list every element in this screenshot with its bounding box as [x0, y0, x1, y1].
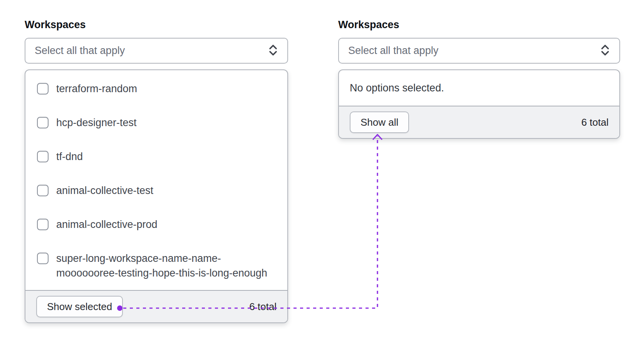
select-placeholder: Select all that apply [348, 45, 438, 57]
total-count: 6 total [249, 301, 277, 313]
show-selected-button[interactable]: Show selected [36, 296, 123, 317]
option-label: super-long-workspace-name-name- moooooor… [56, 251, 267, 280]
workspaces-select-trigger[interactable]: Select all that apply [25, 38, 288, 64]
checkbox-icon[interactable] [37, 253, 49, 264]
select-placeholder: Select all that apply [35, 45, 125, 57]
option-list: terraform-random hcp-designer-test tf-dn… [25, 70, 287, 290]
workspaces-multiselect-right: Workspaces Select all that apply No opti… [338, 19, 620, 139]
show-all-button[interactable]: Show all [350, 111, 409, 133]
option-label-line-1: super-long-workspace-name-name- [56, 251, 267, 266]
option-terraform-random[interactable]: terraform-random [25, 72, 287, 106]
workspaces-label: Workspaces [25, 19, 288, 30]
panel-footer: Show all 6 total [339, 106, 619, 138]
option-label: animal-collective-prod [56, 217, 158, 232]
panel-footer: Show selected 6 total [25, 290, 287, 322]
workspaces-options-panel: terraform-random hcp-designer-test tf-dn… [25, 69, 288, 323]
option-tf-dnd[interactable]: tf-dnd [25, 140, 287, 174]
option-super-long-workspace[interactable]: super-long-workspace-name-name- moooooor… [25, 241, 287, 290]
option-label: terraform-random [56, 81, 137, 96]
checkbox-icon[interactable] [37, 151, 49, 162]
workspaces-select-trigger[interactable]: Select all that apply [338, 38, 620, 64]
option-hcp-designer-test[interactable]: hcp-designer-test [25, 106, 287, 140]
option-label: hcp-designer-test [56, 115, 137, 130]
checkbox-icon[interactable] [37, 185, 49, 196]
workspaces-multiselect-left: Workspaces Select all that apply terrafo… [25, 19, 288, 323]
workspaces-label: Workspaces [338, 19, 620, 30]
total-count: 6 total [581, 116, 609, 128]
checkbox-icon[interactable] [37, 117, 49, 128]
option-animal-collective-prod[interactable]: animal-collective-prod [25, 207, 287, 241]
empty-message: No options selected. [339, 70, 619, 106]
workspaces-selected-panel: No options selected. Show all 6 total [338, 69, 620, 139]
unfold-icon [268, 44, 278, 58]
option-label-line-2: mooooooree-testing-hope-this-is-long-eno… [56, 266, 267, 280]
option-label: animal-collective-test [56, 183, 153, 198]
unfold-icon [600, 44, 610, 58]
checkbox-icon[interactable] [37, 219, 49, 230]
checkbox-icon[interactable] [37, 83, 49, 94]
option-label: tf-dnd [56, 149, 83, 164]
option-animal-collective-test[interactable]: animal-collective-test [25, 174, 287, 207]
